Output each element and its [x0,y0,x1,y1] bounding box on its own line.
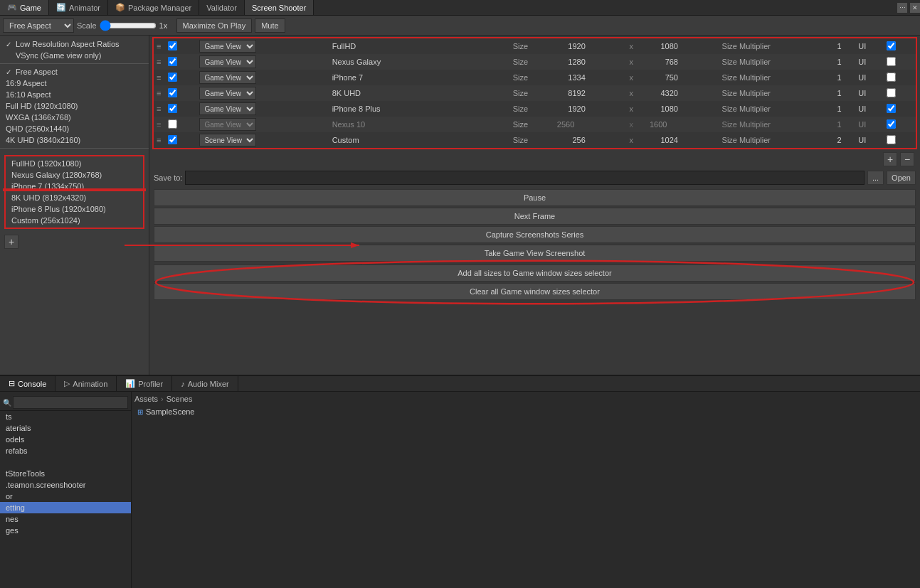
bottom-tab-console[interactable]: ⊟ Console [0,376,55,391]
row-view-dropdown[interactable]: Game ViewScene View [199,71,256,84]
next-frame-button[interactable]: Next Frame [154,208,916,225]
aspect-list-item-3[interactable]: 8K UHD (8192x4320) [6,192,143,203]
row-view-dropdown[interactable]: Game ViewScene View [199,134,256,146]
maximize-on-play-button[interactable]: Maximize On Play [176,18,253,33]
aspect-list-item-1[interactable]: Nexus Galaxy (1280x768) [6,169,143,181]
row-enabled-checkbox[interactable] [168,135,177,144]
row-name-cell: iPhone 8 Plus [329,101,510,117]
take-screenshot-button[interactable]: Take Game View Screenshot [154,245,916,262]
row-multiplier-val: 2 [834,132,855,148]
menu-item-vsync[interactable]: VSync (Game view only) [0,50,149,61]
row-ui-label: UI [855,117,884,132]
row-view-dropdown[interactable]: Game ViewScene View [199,55,256,68]
save-to-label: Save to: [154,173,182,182]
row-view-dropdown[interactable]: Game ViewScene View [199,102,256,115]
row-enabled-checkbox[interactable] [168,57,177,66]
row-enabled-checkbox[interactable] [168,104,177,113]
add-row-button[interactable]: + [883,152,897,166]
save-path-input[interactable]: C:\Users\timon\Documents\ScreenshotsUnit… [185,171,865,185]
row-handle: ≡ [154,38,165,54]
menu-item-free-aspect[interactable]: Free Aspect [0,66,149,77]
menu-item-low-resolution[interactable]: Low Resolution Aspect Ratios [0,38,149,50]
tab-validator[interactable]: Validator [199,0,245,15]
mute-button[interactable]: Mute [255,18,285,33]
list-item-or[interactable]: or [0,491,131,502]
bottom-tab-animation[interactable]: ▷ Animation [55,376,117,391]
tab-animator[interactable]: 🔄 Animator [49,0,108,15]
row-enabled-checkbox[interactable] [168,119,177,129]
add-aspect-button[interactable]: + [4,235,18,249]
row-ui-checkbox[interactable] [887,73,896,82]
window-controls: ⋯ ✕ [897,3,920,13]
aspect-list-item-2[interactable]: iPhone 7 (1334x750) [6,181,143,192]
row-enabled-checkbox[interactable] [168,73,177,82]
add-all-sizes-button[interactable]: Add all sizes to Game window sizes selec… [154,264,916,282]
table-row: ≡ Game ViewScene View FullHD Size 1920 x… [154,38,916,54]
menu-item-qhd[interactable]: QHD (2560x1440) [0,123,149,134]
aspect-list-item-5[interactable]: Custom (256x1024) [6,215,143,226]
open-button[interactable]: Open [887,171,916,185]
row-ui-checkbox-cell [884,54,916,70]
aspect-list-item-0[interactable]: FullHD (1920x1080) [6,158,143,169]
top-tab-bar: 🎮 Game 🔄 Animator 📦 Package Manager Vali… [0,0,920,16]
row-view-dropdown[interactable]: Game ViewScene View [199,40,256,53]
bottom-tab-profiler[interactable]: 📊 Profiler [117,376,172,391]
row-size-h: 1600 [647,117,719,132]
aspect-list-item-4[interactable]: iPhone 8 Plus (1920x1080) [6,203,143,215]
row-ui-checkbox[interactable] [887,88,896,97]
row-size-w: 8192 [554,85,627,101]
row-handle: ≡ [154,101,165,117]
row-multiplier-val: 1 [834,70,855,85]
row-ui-checkbox[interactable] [887,119,896,129]
row-ui-checkbox[interactable] [887,57,896,66]
list-item-prefabs[interactable]: refabs [0,445,131,456]
bottom-tab-audio-mixer[interactable]: ♪ Audio Mixer [172,376,238,391]
row-ui-checkbox[interactable] [887,104,896,113]
row-multiplier-val: 1 [834,85,855,101]
window-close-button[interactable]: ✕ [910,3,920,13]
clear-all-sizes-button[interactable]: Clear all Game window sizes selector [154,283,916,300]
capture-series-button[interactable]: Capture Screenshots Series [154,226,916,243]
audio-icon: ♪ [181,380,185,388]
row-size-x: x [626,38,647,54]
scene-list-item[interactable]: ⊞ SampleScene [134,406,917,417]
row-checkbox-cell [165,70,196,85]
row-size-x: x [626,117,647,132]
breadcrumb-scenes[interactable]: Scenes [166,395,193,403]
menu-item-4k[interactable]: 4K UHD (3840x2160) [0,134,149,146]
pause-button[interactable]: Pause [154,189,916,206]
menu-item-1610[interactable]: 16:10 Aspect [0,89,149,100]
row-enabled-checkbox[interactable] [168,41,177,50]
row-size-w: 1334 [554,70,627,85]
browse-button[interactable]: ... [867,171,884,185]
menu-item-wxga[interactable]: WXGA (1366x768) [0,112,149,123]
list-item-screenshooter[interactable]: .teamon.screenshooter [0,479,131,491]
menu-item-169[interactable]: 16:9 Aspect [0,77,149,89]
list-item-ts[interactable]: ts [0,411,131,422]
search-input[interactable] [13,396,128,409]
row-view-dropdown[interactable]: Game ViewScene View [199,87,256,100]
row-ui-checkbox[interactable] [887,41,896,50]
window-minimize-button[interactable]: ⋯ [897,3,907,13]
row-view-cell: Game ViewScene View [196,85,329,101]
list-item-models[interactable]: odels [0,434,131,445]
tab-game[interactable]: 🎮 Game [0,0,49,15]
breadcrumb-assets[interactable]: Assets [134,395,158,403]
list-item-nes[interactable]: nes [0,513,131,525]
row-enabled-checkbox[interactable] [168,88,177,97]
row-ui-label: UI [855,132,884,148]
remove-row-button[interactable]: − [900,152,914,166]
aspect-ratio-dropdown[interactable]: Free Aspect [3,18,74,33]
row-ui-checkbox[interactable] [887,135,896,144]
row-view-dropdown[interactable]: Game ViewScene View [199,118,256,131]
list-item-store-tools[interactable]: tStoreTools [0,468,131,479]
tab-screen-shooter[interactable]: Screen Shooter [245,0,314,15]
scale-slider[interactable] [100,20,157,31]
row-view-cell: Game ViewScene View [196,54,329,70]
tab-package-manager[interactable]: 📦 Package Manager [108,0,199,15]
package-manager-tab-icon: 📦 [115,3,125,12]
list-item-setting[interactable]: etting [0,502,131,513]
list-item-materials[interactable]: aterials [0,422,131,434]
menu-item-fullhd[interactable]: Full HD (1920x1080) [0,100,149,112]
list-item-ges[interactable]: ges [0,525,131,536]
